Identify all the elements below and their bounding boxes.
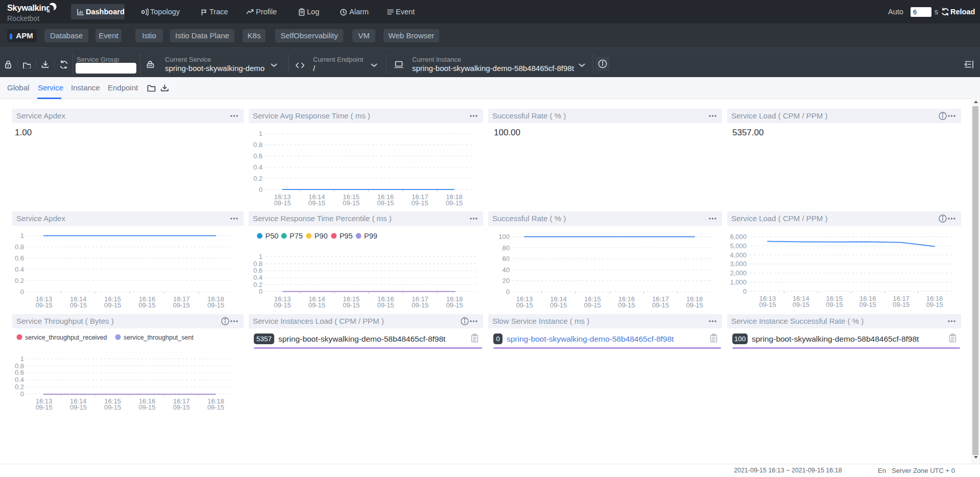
- svg-text:0: 0: [20, 288, 24, 296]
- svg-text:0.8: 0.8: [253, 141, 262, 149]
- svg-text:09-15: 09-15: [308, 301, 325, 309]
- svg-text:09-15: 09-15: [926, 301, 943, 308]
- svg-text:2,000: 2,000: [730, 269, 747, 277]
- svg-text:P75: P75: [290, 232, 303, 240]
- svg-text:09-15: 09-15: [173, 301, 190, 309]
- svg-text:80: 80: [503, 244, 510, 252]
- svg-text:09-15: 09-15: [686, 301, 703, 309]
- svg-text:09-15: 09-15: [308, 199, 325, 207]
- svg-text:0: 0: [506, 288, 510, 296]
- svg-text:P95: P95: [340, 232, 353, 240]
- svg-text:6,000: 6,000: [730, 233, 747, 241]
- svg-text:1: 1: [20, 232, 24, 240]
- svg-text:09-15: 09-15: [516, 301, 533, 309]
- svg-text:0.4: 0.4: [15, 266, 24, 273]
- svg-text:09-15: 09-15: [652, 301, 669, 309]
- svg-text:09-15: 09-15: [104, 301, 121, 309]
- svg-text:0: 0: [259, 288, 262, 295]
- svg-text:09-15: 09-15: [207, 403, 224, 411]
- svg-text:09-15: 09-15: [70, 403, 87, 411]
- svg-text:40: 40: [503, 266, 510, 274]
- svg-text:09-15: 09-15: [343, 301, 360, 309]
- svg-text:60: 60: [503, 255, 510, 263]
- svg-text:0.2: 0.2: [253, 175, 262, 182]
- svg-text:1,000: 1,000: [730, 278, 747, 286]
- svg-text:0.6: 0.6: [253, 152, 262, 160]
- svg-text:09-15: 09-15: [859, 301, 876, 308]
- svg-text:09-15: 09-15: [173, 403, 190, 411]
- svg-text:09-15: 09-15: [377, 301, 394, 309]
- svg-text:09-15: 09-15: [138, 301, 155, 309]
- svg-text:0.6: 0.6: [15, 254, 24, 262]
- svg-text:09-15: 09-15: [759, 301, 776, 308]
- svg-text:P90: P90: [315, 232, 328, 240]
- svg-text:09-15: 09-15: [274, 199, 291, 207]
- svg-text:09-15: 09-15: [618, 301, 635, 309]
- svg-text:0: 0: [743, 288, 747, 295]
- svg-text:20: 20: [503, 277, 510, 284]
- svg-text:09-15: 09-15: [550, 301, 567, 309]
- svg-text:09-15: 09-15: [35, 301, 52, 309]
- svg-text:1: 1: [259, 130, 262, 137]
- svg-text:0: 0: [259, 186, 262, 194]
- svg-text:0.8: 0.8: [15, 243, 24, 251]
- svg-text:0.4: 0.4: [253, 163, 262, 171]
- svg-text:09-15: 09-15: [446, 301, 463, 309]
- svg-text:09-15: 09-15: [104, 403, 121, 411]
- svg-text:09-15: 09-15: [274, 301, 291, 309]
- svg-text:09-15: 09-15: [893, 301, 910, 308]
- svg-text:3,000: 3,000: [730, 260, 747, 268]
- svg-text:4,000: 4,000: [730, 251, 747, 259]
- svg-text:09-15: 09-15: [412, 199, 428, 207]
- svg-text:service_throughput_sent: service_throughput_sent: [124, 334, 194, 341]
- svg-text:service_throughput_received: service_throughput_received: [25, 334, 107, 341]
- svg-text:09-15: 09-15: [377, 199, 394, 207]
- svg-text:09-15: 09-15: [446, 199, 463, 207]
- svg-text:0: 0: [20, 390, 24, 398]
- svg-text:P50: P50: [266, 232, 279, 240]
- svg-text:09-15: 09-15: [207, 301, 224, 309]
- svg-text:09-15: 09-15: [35, 403, 52, 411]
- svg-text:5,000: 5,000: [730, 242, 747, 250]
- svg-text:09-15: 09-15: [584, 301, 601, 309]
- svg-text:09-15: 09-15: [826, 301, 843, 308]
- svg-text:100: 100: [498, 233, 510, 241]
- svg-text:P99: P99: [364, 232, 377, 240]
- svg-text:09-15: 09-15: [343, 199, 360, 207]
- svg-text:0.2: 0.2: [15, 277, 24, 284]
- svg-text:09-15: 09-15: [793, 301, 809, 308]
- svg-text:09-15: 09-15: [412, 301, 428, 309]
- svg-text:09-15: 09-15: [138, 403, 155, 411]
- svg-text:09-15: 09-15: [70, 301, 87, 309]
